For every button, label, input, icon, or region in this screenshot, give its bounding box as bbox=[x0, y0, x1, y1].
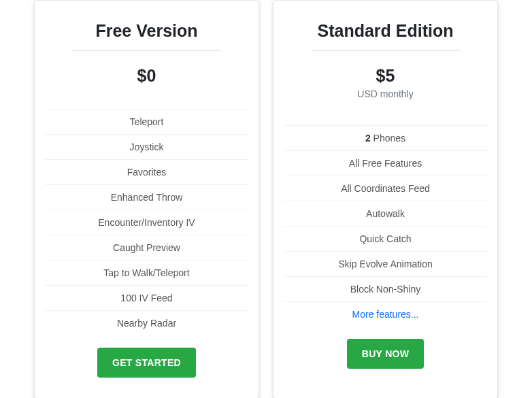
plan-price-standard: $5 bbox=[284, 66, 487, 86]
feature-item: All Coordinates Feed bbox=[284, 176, 487, 201]
plan-title-free: Free Version bbox=[72, 21, 221, 51]
feature-item: Caught Preview bbox=[45, 235, 248, 260]
pricing-container: Free Version $0 Teleport Joystick Favori… bbox=[0, 0, 532, 398]
feature-item: 100 IV Feed bbox=[45, 285, 248, 310]
feature-item: Tap to Walk/Teleport bbox=[45, 260, 248, 285]
buy-now-button[interactable]: BUY NOW bbox=[347, 339, 425, 369]
feature-item: Encounter/Inventory IV bbox=[45, 210, 248, 235]
feature-item: All Free Features bbox=[284, 150, 487, 176]
get-started-button[interactable]: GET STARTED bbox=[97, 348, 196, 378]
feature-list-standard: 2 Phones All Free Features All Coordinat… bbox=[284, 125, 487, 301]
feature-item: Enhanced Throw bbox=[45, 184, 248, 210]
feature-item: Favorites bbox=[45, 159, 248, 184]
feature-item: Block Non-Shiny bbox=[284, 276, 487, 301]
feature-item: Nearby Radar bbox=[45, 310, 248, 335]
plan-price-free: $0 bbox=[45, 66, 248, 86]
feature-item: Autowalk bbox=[284, 201, 487, 226]
feature-list-free: Teleport Joystick Favorites Enhanced Thr… bbox=[45, 109, 248, 335]
feature-item: Teleport bbox=[45, 109, 248, 134]
plan-price-sub: USD monthly bbox=[284, 88, 487, 109]
more-features-link[interactable]: More features... bbox=[284, 301, 487, 327]
phones-label: Phones bbox=[371, 133, 405, 144]
plan-card-standard: Standard Edition $5 USD monthly 2 Phones… bbox=[273, 0, 498, 398]
feature-item-phones: 2 Phones bbox=[284, 125, 487, 150]
feature-item: Joystick bbox=[45, 134, 248, 159]
plan-title-standard: Standard Edition bbox=[311, 21, 460, 51]
plan-card-free: Free Version $0 Teleport Joystick Favori… bbox=[34, 0, 259, 398]
feature-item: Skip Evolve Animation bbox=[284, 251, 487, 276]
phones-count: 2 bbox=[365, 133, 371, 144]
feature-item: Quick Catch bbox=[284, 226, 487, 251]
